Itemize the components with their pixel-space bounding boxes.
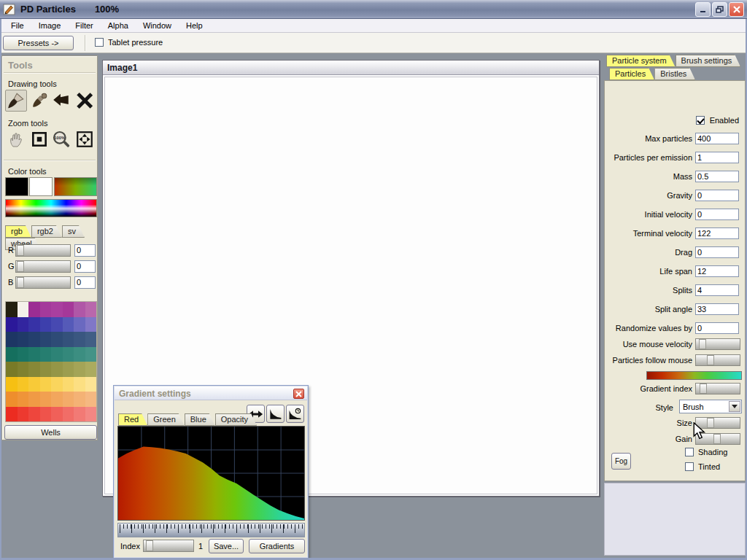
dropper-tool-button[interactable] bbox=[28, 90, 50, 112]
palette-cell-3-2[interactable] bbox=[28, 347, 40, 362]
decay-curve-timed-button[interactable] bbox=[286, 405, 304, 423]
gradient-curve-chart[interactable] bbox=[117, 426, 305, 521]
palette-cell-3-6[interactable] bbox=[74, 347, 85, 362]
rgb-value-r[interactable]: 0 bbox=[74, 244, 96, 257]
palette-cell-0-6[interactable] bbox=[74, 302, 85, 317]
secondary-color-swatch[interactable] bbox=[29, 177, 53, 196]
palette-cell-7-2[interactable] bbox=[28, 407, 40, 422]
gradient-dialog-titlebar[interactable]: Gradient settings bbox=[115, 386, 307, 400]
palette-cell-2-3[interactable] bbox=[40, 332, 52, 347]
slider-handle[interactable] bbox=[17, 245, 24, 256]
palette-cell-4-2[interactable] bbox=[28, 362, 40, 377]
palette-cell-3-1[interactable] bbox=[18, 347, 29, 362]
eraser-tool-button[interactable] bbox=[50, 90, 72, 112]
field-input[interactable]: 0.5 bbox=[695, 171, 739, 182]
tab-rgb2[interactable]: rgb2 bbox=[31, 225, 62, 238]
palette-cell-1-4[interactable] bbox=[51, 317, 63, 332]
slider-handle[interactable] bbox=[699, 339, 706, 349]
palette-cell-7-4[interactable] bbox=[51, 407, 63, 422]
palette-cell-4-4[interactable] bbox=[51, 362, 63, 377]
palette-cell-4-5[interactable] bbox=[63, 362, 74, 377]
menu-item-image[interactable]: Image bbox=[32, 20, 68, 31]
palette-cell-1-5[interactable] bbox=[63, 317, 74, 332]
minimize-button[interactable] bbox=[695, 2, 711, 17]
palette-cell-7-5[interactable] bbox=[63, 407, 74, 422]
delete-tool-button[interactable] bbox=[74, 90, 96, 112]
presets-button[interactable]: Pressets -> bbox=[3, 36, 74, 50]
brush-tool-button[interactable] bbox=[5, 90, 27, 112]
palette-cell-6-3[interactable] bbox=[40, 392, 52, 407]
palette-cell-2-7[interactable] bbox=[85, 332, 97, 347]
tab-channel-red[interactable]: Red bbox=[118, 413, 147, 426]
shading-checkbox[interactable] bbox=[685, 448, 694, 456]
tab-particle-system[interactable]: Particle system bbox=[606, 55, 676, 67]
palette-cell-7-3[interactable] bbox=[40, 407, 52, 422]
palette-cell-2-5[interactable] bbox=[63, 332, 74, 347]
menu-item-window[interactable]: Window bbox=[136, 20, 178, 31]
palette-cell-1-2[interactable] bbox=[28, 317, 40, 332]
index-slider[interactable] bbox=[143, 540, 194, 552]
palette-cell-6-4[interactable] bbox=[51, 392, 63, 407]
palette-cell-3-3[interactable] bbox=[40, 347, 52, 362]
palette-cell-6-7[interactable] bbox=[85, 392, 97, 407]
field-input[interactable]: 12 bbox=[695, 265, 739, 277]
slider-handle[interactable] bbox=[17, 277, 24, 288]
palette-cell-1-7[interactable] bbox=[85, 317, 97, 332]
palette-cell-3-7[interactable] bbox=[85, 347, 97, 362]
tablet-pressure-checkbox[interactable] bbox=[95, 38, 104, 47]
wells-button[interactable]: Wells bbox=[4, 425, 97, 440]
rgb-slider-b[interactable] bbox=[15, 276, 71, 289]
fit-view-button[interactable] bbox=[28, 128, 50, 150]
dialog-close-button[interactable] bbox=[293, 389, 304, 399]
field-input[interactable]: 0 bbox=[695, 246, 739, 258]
field-input[interactable]: 4 bbox=[695, 284, 739, 296]
field-input[interactable]: 0 bbox=[695, 190, 739, 201]
decay-curve-button[interactable] bbox=[266, 405, 285, 423]
palette-cell-4-7[interactable] bbox=[85, 362, 97, 377]
palette-cell-7-1[interactable] bbox=[18, 407, 29, 422]
palette-cell-4-1[interactable] bbox=[18, 362, 29, 377]
palette-cell-6-0[interactable] bbox=[6, 392, 18, 407]
palette-cell-2-1[interactable] bbox=[18, 332, 29, 347]
tab-channel-blue[interactable]: Blue bbox=[185, 413, 215, 426]
palette-cell-2-2[interactable] bbox=[28, 332, 40, 347]
close-button[interactable] bbox=[729, 2, 744, 17]
menu-item-filter[interactable]: Filter bbox=[69, 20, 99, 31]
palette-cell-0-7[interactable] bbox=[85, 302, 97, 317]
field-input[interactable]: 0 bbox=[695, 322, 739, 334]
palette-cell-5-5[interactable] bbox=[63, 377, 74, 392]
tab-rgb[interactable]: rgb bbox=[5, 225, 31, 238]
palette-cell-7-7[interactable] bbox=[85, 407, 97, 422]
slider-track[interactable] bbox=[695, 338, 740, 350]
field-input[interactable]: 400 bbox=[695, 133, 739, 144]
enabled-checkbox[interactable] bbox=[696, 116, 705, 125]
gradient-index-slider[interactable] bbox=[695, 383, 740, 394]
menu-item-help[interactable]: Help bbox=[179, 20, 209, 31]
tab-channel-opacity[interactable]: Opacity bbox=[215, 413, 257, 426]
palette-cell-0-4[interactable] bbox=[51, 302, 63, 317]
palette-cell-6-5[interactable] bbox=[63, 392, 74, 407]
palette-cell-3-4[interactable] bbox=[51, 347, 63, 362]
zoom-100-button[interactable]: 100% bbox=[50, 128, 72, 150]
slider-handle[interactable] bbox=[707, 355, 714, 365]
tab-sv[interactable]: sv bbox=[62, 225, 85, 238]
palette-cell-1-3[interactable] bbox=[40, 317, 52, 332]
palette-cell-5-6[interactable] bbox=[74, 377, 85, 392]
palette-cell-4-0[interactable] bbox=[6, 362, 18, 377]
palette-cell-5-0[interactable] bbox=[6, 377, 18, 392]
palette-cell-2-4[interactable] bbox=[51, 332, 63, 347]
rgb-slider-r[interactable] bbox=[15, 244, 71, 257]
restore-button[interactable] bbox=[712, 2, 727, 17]
slider-handle[interactable] bbox=[17, 261, 24, 272]
palette-cell-0-3[interactable] bbox=[40, 302, 52, 317]
gradient-swatch[interactable] bbox=[54, 177, 97, 196]
palette-cell-7-6[interactable] bbox=[74, 407, 85, 422]
canvas-window-titlebar[interactable]: Image1 bbox=[103, 61, 599, 75]
rgb-slider-g[interactable] bbox=[15, 260, 71, 273]
palette-cell-0-1[interactable] bbox=[18, 302, 29, 317]
palette-cell-5-7[interactable] bbox=[85, 377, 97, 392]
palette-cell-2-0[interactable] bbox=[6, 332, 18, 347]
palette-cell-6-1[interactable] bbox=[18, 392, 29, 407]
menu-item-alpha[interactable]: Alpha bbox=[101, 20, 135, 31]
palette-cell-3-0[interactable] bbox=[6, 347, 18, 362]
